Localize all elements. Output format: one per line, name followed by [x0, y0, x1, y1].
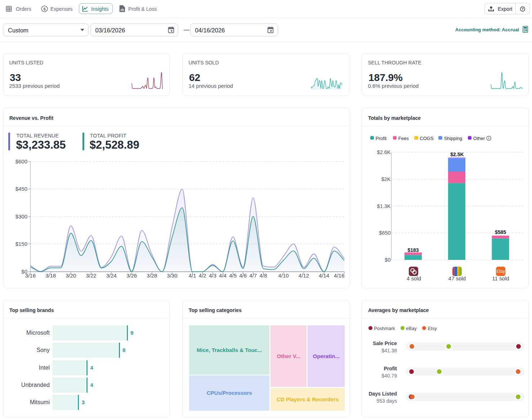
- svg-text:3/18: 3/18: [45, 272, 56, 279]
- svg-text:$2.5K: $2.5K: [450, 152, 464, 157]
- svg-text:4/2: 4/2: [199, 272, 206, 279]
- svg-text:$300: $300: [15, 213, 27, 220]
- svg-text:$450: $450: [15, 186, 27, 192]
- svg-text:47 sold: 47 sold: [448, 275, 466, 281]
- svg-text:$: $: [43, 7, 45, 11]
- svg-text:3/28: 3/28: [147, 272, 157, 279]
- svg-text:4/1: 4/1: [189, 272, 196, 279]
- svg-text:4 sold: 4 sold: [407, 275, 421, 281]
- svg-text:?: ?: [522, 7, 524, 11]
- svg-text:$600: $600: [15, 158, 27, 164]
- svg-text:3/22: 3/22: [86, 272, 96, 279]
- svg-text:$183: $183: [407, 247, 419, 253]
- svg-text:3/26: 3/26: [126, 272, 137, 279]
- svg-text:4/14: 4/14: [319, 272, 329, 279]
- svg-text:$150: $150: [15, 241, 27, 247]
- svg-text:4/16: 4/16: [334, 272, 344, 279]
- svg-text:$2K: $2K: [381, 176, 391, 182]
- svg-text:3/20: 3/20: [66, 272, 76, 279]
- svg-text:3/30: 3/30: [167, 272, 177, 279]
- svg-text:$2.6K: $2.6K: [377, 149, 391, 155]
- svg-text:$1.3K: $1.3K: [377, 203, 391, 209]
- svg-text:4/8: 4/8: [259, 272, 267, 279]
- svg-text:4/4: 4/4: [219, 272, 227, 279]
- svg-text:Etsy: Etsy: [496, 269, 505, 274]
- svg-text:$585: $585: [495, 229, 506, 235]
- svg-text:4/5: 4/5: [229, 272, 237, 279]
- svg-text:$0: $0: [385, 257, 390, 263]
- svg-text:$650: $650: [379, 230, 390, 236]
- svg-text:4/3: 4/3: [209, 272, 216, 279]
- svg-text:3/24: 3/24: [106, 272, 117, 279]
- svg-text:3/16: 3/16: [25, 272, 36, 279]
- svg-text:4/10: 4/10: [278, 272, 289, 279]
- svg-text:4/6: 4/6: [239, 272, 247, 279]
- svg-text:4/12: 4/12: [299, 272, 309, 279]
- svg-text:11 sold: 11 sold: [492, 275, 509, 281]
- svg-text:4/7: 4/7: [249, 272, 257, 279]
